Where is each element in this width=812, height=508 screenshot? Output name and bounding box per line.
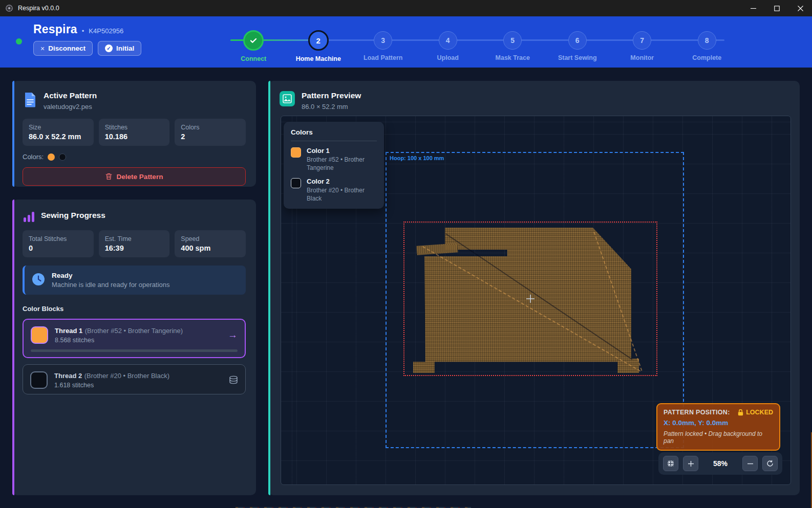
brand-block: Respira • K4P502956 × Disconnect ✓ Initi…	[33, 23, 141, 56]
card-title: Active Pattern	[44, 91, 97, 100]
lock-icon	[738, 409, 743, 416]
step-mask-trace[interactable]: 5 Mask Trace	[480, 16, 545, 62]
center-crosshair	[530, 295, 531, 303]
card-accent-blue	[12, 81, 14, 187]
zoom-toolbar: 58%	[658, 452, 782, 475]
step-number: 5	[503, 31, 522, 50]
plus-icon	[688, 460, 694, 467]
status-title: Ready	[52, 272, 170, 279]
step-complete[interactable]: 8 Complete	[675, 16, 740, 62]
card-title: Sewing Progress	[41, 211, 105, 222]
main-content: Active Pattern valetudogv2.pes Size 86.0…	[0, 68, 812, 508]
color-swatch-orange	[48, 153, 55, 161]
legend-swatch-orange	[291, 147, 301, 158]
thread-block-1[interactable]: Thread 1 (Brother #52 • Brother Tangerin…	[23, 319, 246, 358]
thread-2-swatch	[30, 371, 48, 389]
reset-view-button[interactable]	[762, 456, 778, 471]
zoom-in-button[interactable]	[683, 456, 698, 471]
pattern-position-overlay: PATTERN POSITION: LOCKED X: 0.0mm, Y: 0.…	[656, 403, 780, 451]
step-label: Mask Trace	[496, 54, 530, 61]
position-hint: Pattern locked • Drag background to pan	[664, 430, 773, 445]
trash-icon	[105, 173, 112, 180]
step-number: 7	[633, 31, 651, 50]
card-accent-purple	[12, 200, 14, 495]
bar-chart-icon	[24, 211, 34, 222]
hoop-label: Hoop: 100 x 100 mm	[390, 155, 444, 161]
maximize-button[interactable]	[765, 0, 788, 16]
pattern-filename: valetudogv2.pes	[44, 103, 97, 111]
stat-stitches: Stitches 10.186	[99, 119, 170, 146]
initial-button[interactable]: ✓ Initial	[98, 41, 141, 56]
color-blocks-heading: Color Blocks	[23, 305, 246, 313]
disconnect-x-icon: ×	[40, 45, 45, 53]
step-upload[interactable]: 4 Upload	[416, 16, 481, 62]
fit-to-screen-icon	[667, 460, 674, 467]
locked-label: LOCKED	[746, 409, 773, 416]
titlebar: Respira v0.0.0	[0, 0, 812, 16]
fit-to-screen-button[interactable]	[663, 456, 678, 471]
file-icon	[24, 92, 37, 107]
step-label: Complete	[692, 54, 721, 61]
stat-size: Size 86.0 x 52.2 mm	[23, 119, 94, 146]
clock-icon	[32, 273, 45, 286]
legend-entry-1: Color 1 Brother #52 • Brother Tangerine	[291, 147, 377, 172]
active-pattern-card: Active Pattern valetudogv2.pes Size 86.0…	[12, 81, 256, 187]
pattern-stats: Size 86.0 x 52.2 mm Stitches 10.186 Colo…	[23, 119, 246, 146]
machine-serial: K4P502956	[89, 27, 123, 35]
position-coordinates: X: 0.0mm, Y: 0.0mm	[664, 419, 773, 427]
legend-entry-2: Color 2 Brother #20 • Brother Black	[291, 178, 377, 203]
colors-label: Colors:	[23, 153, 44, 161]
step-connect-circle	[243, 30, 264, 51]
preview-canvas[interactable]: Hoop: 100 x 100 mm Colors Color 1 Brothe…	[281, 116, 791, 485]
thread-detail: (Brother #52 • Brother Tangerine)	[85, 327, 183, 335]
window-controls	[741, 0, 812, 16]
disconnect-button[interactable]: × Disconnect	[33, 41, 93, 56]
minimize-icon	[751, 6, 756, 11]
minimize-button[interactable]	[741, 0, 765, 16]
step-monitor[interactable]: 7 Monitor	[610, 16, 675, 62]
close-icon	[798, 6, 803, 11]
delete-pattern-label: Delete Pattern	[117, 173, 163, 181]
thread-name: Thread 1	[55, 327, 82, 335]
step-home-machine[interactable]: 2 Home Machine	[286, 16, 351, 62]
zoom-level: 58%	[703, 459, 738, 468]
check-circle-icon: ✓	[105, 45, 113, 52]
app-icon	[5, 4, 13, 12]
delete-pattern-button[interactable]: Delete Pattern	[23, 167, 246, 186]
step-number: 8	[698, 31, 716, 50]
close-button[interactable]	[788, 0, 812, 16]
card-accent-teal	[268, 81, 270, 495]
step-number: 3	[374, 31, 392, 50]
thread-stitch-count: 8.568 stitches	[55, 337, 183, 344]
arrow-right-icon: →	[228, 329, 238, 341]
thread-1-swatch	[31, 326, 48, 344]
step-label: Start Sewing	[558, 54, 597, 61]
card-title: Pattern Preview	[302, 91, 361, 100]
layers-icon	[229, 376, 238, 385]
stat-speed: Speed 400 spm	[175, 230, 246, 257]
step-label: Upload	[437, 54, 459, 61]
position-title: PATTERN POSITION:	[664, 409, 730, 416]
app-window: Respira v0.0.0 Respira • K4P502956 ×	[0, 0, 812, 508]
maximize-icon	[774, 6, 780, 11]
step-number: 6	[568, 31, 587, 50]
check-icon	[249, 36, 258, 45]
thread-block-2[interactable]: Thread 2 (Brother #20 • Brother Black) 1…	[23, 364, 246, 394]
pattern-dimensions: 86.0 × 52.2 mm	[302, 103, 361, 111]
serial-separator: •	[82, 27, 84, 35]
legend-swatch-black	[291, 178, 301, 188]
step-label: Load Pattern	[364, 54, 402, 61]
colors-legend: Colors Color 1 Brother #52 • Brother Tan…	[284, 122, 384, 209]
step-load-pattern[interactable]: 3 Load Pattern	[351, 16, 416, 62]
zoom-out-button[interactable]	[742, 456, 758, 471]
sewing-progress-card: Sewing Progress Total Stitches 0 Est. Ti…	[12, 200, 256, 495]
thread-progress-bar	[31, 349, 238, 352]
step-label: Home Machine	[296, 55, 341, 62]
machine-status-banner: Ready Machine is idle and ready for oper…	[23, 266, 246, 295]
stat-total-stitches: Total Stitches 0	[23, 230, 94, 257]
step-start-sewing[interactable]: 6 Start Sewing	[545, 16, 610, 62]
initial-label: Initial	[116, 45, 134, 52]
step-label: Connect	[241, 55, 266, 62]
refresh-icon	[766, 460, 774, 467]
step-connect[interactable]: Connect	[221, 16, 286, 62]
